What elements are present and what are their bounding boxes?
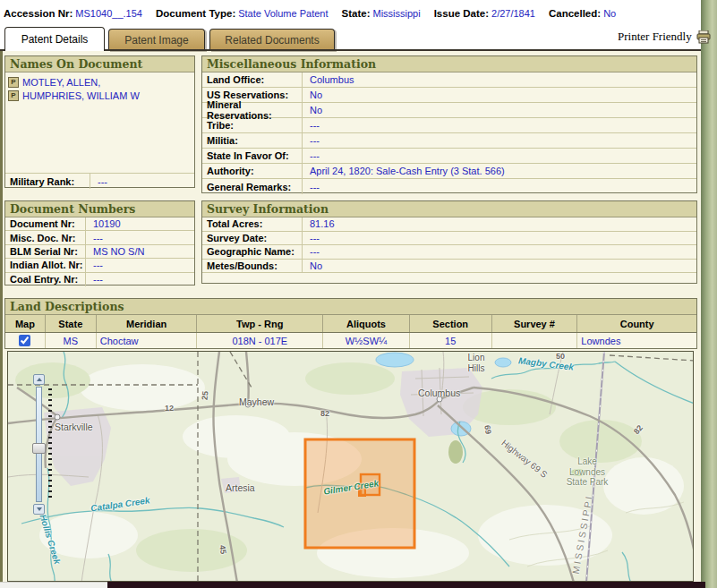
tab-patent-details[interactable]: Patent Details xyxy=(4,27,105,51)
printer-friendly-link[interactable]: Printer Friendly xyxy=(618,30,712,44)
col-state: State xyxy=(46,315,97,332)
bottom-left-edge xyxy=(0,582,107,588)
zoom-out-button[interactable] xyxy=(33,504,45,515)
geographic-name-label: Geographic Name: xyxy=(202,245,303,259)
table-row: BLM Serial Nr:MS NO S/N xyxy=(5,245,194,259)
table-row: General Remarks:--- xyxy=(202,179,696,194)
authority-value: April 24, 1820: Sale-Cash Entry (3 Stat.… xyxy=(303,164,505,178)
tribe-value: --- xyxy=(303,118,320,132)
bottom-bar xyxy=(107,582,705,588)
patent-image-icon[interactable]: P xyxy=(8,77,19,88)
state-field: State: Mississippi xyxy=(342,8,421,19)
docnum-panel-header: Document Numbers xyxy=(5,201,194,217)
table-row: Total Acres:81.16 xyxy=(202,217,696,232)
military-rank-row: Military Rank: --- xyxy=(5,174,194,189)
twp-rng-cell: 018N - 017E xyxy=(197,333,323,348)
section-cell: 15 xyxy=(410,333,492,348)
misc-panel-header: Miscellaneous Information xyxy=(202,56,696,72)
empty-row xyxy=(202,273,696,284)
table-row: Authority:April 24, 1820: Sale-Cash Entr… xyxy=(202,164,696,179)
zoom-slider-handle[interactable] xyxy=(32,443,46,454)
zoom-in-button[interactable] xyxy=(33,374,45,385)
military-rank-value: --- xyxy=(90,174,107,189)
route-25-shield: 25 xyxy=(201,391,210,401)
table-row: Militia:--- xyxy=(202,133,696,149)
names-on-document-panel: Names On Document P MOTLEY, ALLEN, P HUM… xyxy=(4,55,195,188)
table-row: Document Nr:10190 xyxy=(5,217,194,231)
document-type-field: Document Type: State Volume Patent xyxy=(156,8,329,19)
document-nr-label: Document Nr: xyxy=(5,217,86,230)
accession-label: Accession Nr: xyxy=(4,8,73,19)
authority-label: Authority: xyxy=(202,164,303,178)
tab-related-documents[interactable]: Related Documents xyxy=(209,29,335,51)
printer-icon xyxy=(696,30,712,44)
survey-information-panel: Survey Information Total Acres:81.16 Sur… xyxy=(201,200,697,284)
tab-divider-line xyxy=(0,49,701,51)
accession-value: MS1040__.154 xyxy=(75,8,142,19)
table-row: Tribe:--- xyxy=(202,118,696,133)
aliquots-cell: W½SW¼ xyxy=(323,333,410,348)
total-acres-label: Total Acres: xyxy=(202,217,303,231)
general-remarks-value: --- xyxy=(303,179,320,194)
table-row: Metes/Bounds:No xyxy=(202,260,696,274)
patentee-list: P MOTLEY, ALLEN, P HUMPHRIES, WILLIAM W xyxy=(5,72,194,174)
metes-bounds-label: Metes/Bounds: xyxy=(202,260,303,273)
accession-field: Accession Nr: MS1040__.154 xyxy=(4,8,142,19)
table-row: Geographic Name:--- xyxy=(202,245,696,260)
arrow-down-icon xyxy=(37,507,42,511)
state-cell: MS xyxy=(46,333,97,348)
indian-allot-nr-value: --- xyxy=(86,259,103,271)
us-reservations-value: No xyxy=(303,88,322,102)
patent-details-page: Accession Nr: MS1040__.154 Document Type… xyxy=(0,0,717,588)
names-panel-header: Names On Document xyxy=(5,56,194,72)
survey-nr-cell xyxy=(492,333,578,348)
map-checkbox[interactable] xyxy=(19,335,30,346)
document-nr-value: 10190 xyxy=(86,217,121,230)
map-zoom-slider[interactable] xyxy=(33,374,55,516)
col-twp-rng: Twp - Rng xyxy=(197,315,323,332)
land-descriptions-header: Land Descriptions xyxy=(5,299,696,315)
map-checkbox-cell xyxy=(5,333,46,348)
blm-serial-nr-label: BLM Serial Nr: xyxy=(5,245,86,258)
table-row: Survey Date:--- xyxy=(202,232,696,246)
document-type-value: State Volume Patent xyxy=(238,8,328,19)
tab-patent-image[interactable]: Patent Image xyxy=(108,29,205,51)
meridian-cell: Choctaw xyxy=(97,333,198,348)
land-table-header-row: Map State Meridian Twp - Rng Aliquots Se… xyxy=(5,315,696,333)
state-in-favor-label: State In Favor Of: xyxy=(202,149,303,163)
col-aliquots: Aliquots xyxy=(323,315,410,332)
state-label: State: xyxy=(342,8,371,19)
land-office-value: Columbus xyxy=(303,72,354,87)
table-row: Mineral Reservations:No xyxy=(202,103,696,118)
militia-value: --- xyxy=(303,133,320,148)
coal-entry-nr-label: Coal Entry. Nr: xyxy=(5,273,86,286)
list-item: P MOTLEY, ALLEN, xyxy=(8,75,194,89)
patentee-link[interactable]: MOTLEY, ALLEN, xyxy=(22,77,100,88)
township-map[interactable]: Starkville Mayhew Columbus Artesia Lion … xyxy=(7,351,694,582)
zoom-slider-ticks xyxy=(48,388,52,499)
table-row: MS Choctaw 018N - 017E W½SW¼ 15 Lowndes xyxy=(5,333,696,348)
table-row: Land Office:Columbus xyxy=(202,72,696,88)
map-label-mayhew: Mayhew xyxy=(239,396,274,407)
arrow-up-icon xyxy=(37,378,42,381)
county-cell: Lowndes xyxy=(577,333,696,348)
patentee-link[interactable]: HUMPHRIES, WILLIAM W xyxy=(22,90,140,101)
issue-date-label: Issue Date: xyxy=(434,8,489,19)
table-row: Indian Allot. Nr:--- xyxy=(5,259,194,272)
issue-date-value: 2/27/1841 xyxy=(491,8,535,19)
militia-label: Militia: xyxy=(202,133,303,148)
list-item: P HUMPHRIES, WILLIAM W xyxy=(8,89,194,102)
zoom-slider-track[interactable] xyxy=(36,387,42,502)
indian-allot-nr-label: Indian Allot. Nr: xyxy=(5,259,86,271)
route-50-shield: 50 xyxy=(556,352,565,361)
general-remarks-label: General Remarks: xyxy=(202,179,303,194)
land-descriptions-panel: Land Descriptions Map State Meridian Twp… xyxy=(4,298,697,349)
document-numbers-panel: Document Numbers Document Nr:10190 Misc.… xyxy=(4,200,195,285)
route-12-shield: 12 xyxy=(165,404,174,413)
mineral-reservations-value: No xyxy=(303,103,322,117)
table-row: State In Favor Of:--- xyxy=(202,149,696,164)
issue-date-field: Issue Date: 2/27/1841 xyxy=(434,8,535,19)
tribe-label: Tribe: xyxy=(202,118,303,132)
patent-image-icon[interactable]: P xyxy=(8,90,19,101)
map-label-columbus: Columbus xyxy=(418,388,460,398)
